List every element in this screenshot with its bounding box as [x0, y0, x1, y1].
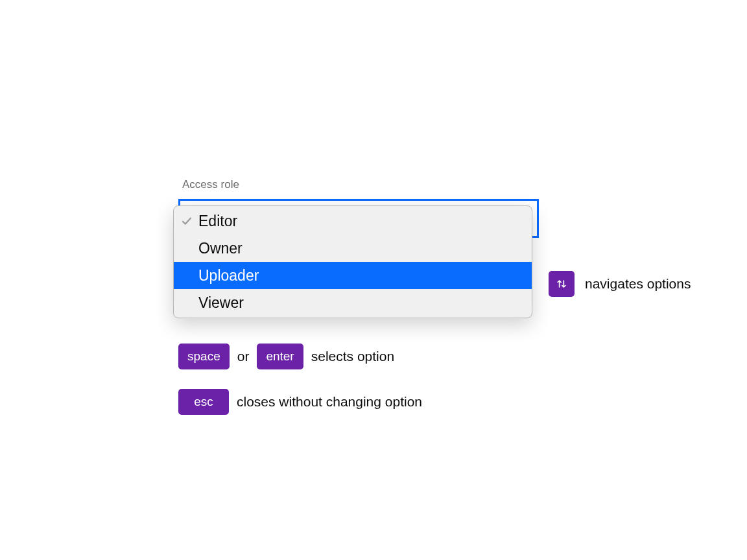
esc-key: esc — [178, 389, 229, 415]
hint-close: esc closes without changing option — [178, 389, 422, 415]
dropdown-option-editor[interactable]: Editor — [174, 207, 532, 235]
hint-navigate: navigates options — [549, 271, 691, 297]
dropdown-option-owner[interactable]: Owner — [174, 235, 532, 262]
dropdown-menu: Editor Owner Uploader Viewer — [173, 205, 532, 318]
hint-navigate-text: navigates options — [585, 276, 691, 292]
dropdown-option-label: Owner — [198, 240, 243, 257]
dropdown-option-label: Editor — [198, 213, 237, 230]
hint-close-text: closes without changing option — [237, 394, 422, 410]
hint-select: space or enter selects option — [178, 344, 422, 369]
hint-select-text: selects option — [311, 349, 394, 364]
space-key: space — [178, 344, 230, 369]
checkmark-icon — [180, 215, 193, 228]
field-label: Access role — [178, 178, 239, 191]
arrows-up-down-key — [549, 271, 575, 297]
hint-connector: or — [237, 349, 250, 364]
dropdown-option-label: Viewer — [198, 294, 244, 312]
dropdown-option-uploader[interactable]: Uploader — [174, 262, 532, 289]
dropdown-option-label: Uploader — [198, 267, 259, 285]
enter-key: enter — [257, 344, 303, 369]
dropdown-option-viewer[interactable]: Viewer — [174, 289, 532, 316]
